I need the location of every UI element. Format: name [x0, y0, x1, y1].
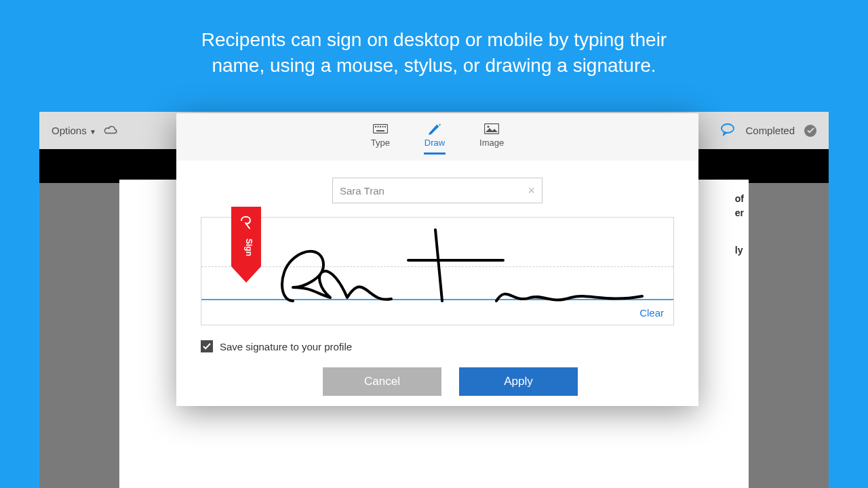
tab-image[interactable]: Image — [479, 123, 504, 152]
drawn-signature — [266, 223, 652, 311]
apply-button[interactable]: Apply — [459, 367, 578, 396]
cloud-icon[interactable] — [103, 124, 118, 137]
caption-line-1: Recipents can sign on desktop or mobile … — [201, 29, 667, 50]
save-signature-label: Save signature to your profile — [220, 341, 352, 352]
svg-rect-7 — [376, 130, 384, 131]
tab-draw[interactable]: Draw — [424, 123, 446, 159]
clear-signature-link[interactable]: Clear — [639, 307, 664, 319]
keyboard-icon — [373, 123, 388, 135]
signature-canvas[interactable]: Sign Clear — [201, 217, 674, 325]
pen-draw-icon — [427, 123, 442, 135]
dialog-body: Sara Tran × Sign Clear — [176, 161, 698, 406]
svg-rect-2 — [375, 126, 376, 127]
svg-rect-1 — [373, 125, 387, 134]
promo-caption: Recipents can sign on desktop or mobile … — [0, 0, 868, 99]
svg-rect-4 — [380, 126, 381, 127]
options-menu[interactable]: Options ▼ — [52, 125, 96, 136]
completed-label: Completed — [745, 125, 795, 136]
svg-text:Sign: Sign — [244, 239, 254, 256]
comment-icon[interactable] — [719, 123, 736, 138]
chevron-down-icon: ▼ — [90, 128, 96, 136]
cancel-button[interactable]: Cancel — [323, 367, 441, 396]
tab-type[interactable]: Type — [371, 123, 390, 152]
svg-point-10 — [487, 125, 489, 127]
signature-dialog: Type Draw Image Sara Tran × — [176, 113, 698, 406]
image-icon — [484, 123, 499, 135]
save-signature-row[interactable]: Save signature to your profile — [201, 340, 674, 352]
svg-rect-6 — [384, 126, 386, 127]
svg-point-0 — [722, 124, 734, 133]
clear-name-icon[interactable]: × — [528, 184, 535, 198]
svg-rect-9 — [485, 124, 499, 134]
svg-rect-5 — [382, 126, 383, 127]
dialog-buttons: Cancel Apply — [323, 367, 674, 396]
caption-line-2: name, using a mouse, stylus, or drawing … — [212, 55, 656, 76]
signer-name-input[interactable]: Sara Tran × — [332, 178, 542, 203]
sign-here-flag: Sign — [231, 207, 261, 285]
completed-check-icon — [804, 125, 816, 137]
save-signature-checkbox[interactable] — [201, 340, 213, 352]
svg-rect-3 — [377, 126, 378, 127]
svg-point-8 — [439, 124, 441, 126]
signature-mode-tabs: Type Draw Image — [176, 113, 698, 161]
side-text-fragment: of er ly — [735, 192, 744, 258]
